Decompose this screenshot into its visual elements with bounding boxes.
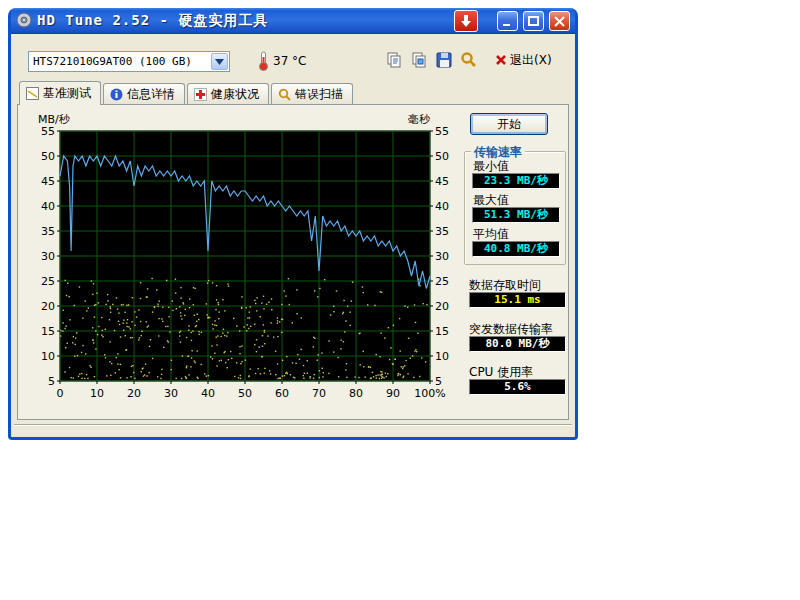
save-icon [435, 51, 453, 69]
min-value-display: 23.3 MB/秒 [472, 173, 560, 189]
tab-info-details-label: 信息详情 [127, 86, 175, 103]
benchmark-icon [26, 87, 39, 100]
close-icon [554, 16, 565, 27]
avg-value-display: 40.8 MB/秒 [472, 241, 560, 257]
window-title: HD Tune 2.52 - 硬盘实用工具 [37, 12, 449, 30]
tab-error-scan-label: 错误扫描 [295, 86, 343, 103]
svg-text:45: 45 [41, 175, 55, 188]
benchmark-tab-page: 5510101515202025253030353540404545505055… [17, 104, 569, 420]
svg-text:20: 20 [127, 387, 141, 400]
status-bar [14, 424, 572, 437]
svg-text:50: 50 [41, 150, 55, 163]
tab-info-details[interactable]: 信息详情 [103, 83, 185, 104]
tab-health-status[interactable]: 健康状况 [187, 83, 269, 104]
svg-text:30: 30 [435, 250, 449, 263]
svg-text:10: 10 [435, 350, 449, 363]
svg-text:15: 15 [435, 325, 449, 338]
chevron-down-icon[interactable] [211, 53, 228, 70]
tab-health-status-label: 健康状况 [211, 86, 259, 103]
drive-select[interactable]: HTS721010G9AT00 (100 GB) [28, 51, 230, 72]
tab-benchmark[interactable]: 基准测试 [19, 81, 101, 105]
svg-text:10: 10 [90, 387, 104, 400]
close-button[interactable] [549, 11, 570, 31]
svg-text:15: 15 [41, 325, 55, 338]
svg-text:80: 80 [349, 387, 363, 400]
svg-text:30: 30 [41, 250, 55, 263]
svg-text:35: 35 [41, 225, 55, 238]
hdtune-window: HD Tune 2.52 - 硬盘实用工具 HTS721010G9AT00 (1… [8, 8, 578, 440]
download-arrow-button[interactable] [454, 10, 478, 32]
svg-text:20: 20 [435, 300, 449, 313]
svg-text:40: 40 [201, 387, 215, 400]
exit-label: 退出(X) [510, 52, 552, 69]
options-button[interactable] [458, 49, 480, 71]
error-scan-icon [278, 88, 291, 101]
options-icon [460, 51, 478, 69]
tab-error-scan[interactable]: 错误扫描 [271, 83, 353, 104]
svg-text:55: 55 [435, 125, 449, 138]
down-arrow-icon [461, 15, 471, 27]
desktop: HD Tune 2.52 - 硬盘实用工具 HTS721010G9AT00 (1… [0, 0, 800, 600]
svg-text:50: 50 [435, 150, 449, 163]
svg-text:25: 25 [41, 275, 55, 288]
copy-text-button[interactable] [383, 49, 405, 71]
copy-image-button[interactable] [408, 49, 430, 71]
client-area: HTS721010G9AT00 (100 GB) 37 °C [11, 34, 575, 440]
svg-text:40: 40 [435, 200, 449, 213]
svg-text:MB/秒: MB/秒 [38, 113, 71, 126]
minimize-icon [502, 16, 513, 27]
svg-text:10: 10 [41, 350, 55, 363]
app-icon [16, 12, 32, 31]
burst-rate-display: 80.0 MB/秒 [469, 336, 566, 352]
maximize-icon [528, 16, 539, 27]
svg-text:70: 70 [312, 387, 326, 400]
benchmark-chart: 5510101515202025253030353540404545505055… [22, 111, 462, 413]
start-button[interactable]: 开始 [470, 113, 548, 135]
svg-text:55: 55 [41, 125, 55, 138]
svg-text:毫秒: 毫秒 [408, 113, 431, 126]
max-value-display: 51.3 MB/秒 [472, 207, 560, 223]
minimize-button[interactable] [497, 11, 518, 31]
svg-text:0: 0 [57, 387, 64, 400]
svg-text:30: 30 [164, 387, 178, 400]
svg-text:90: 90 [386, 387, 400, 400]
svg-text:45: 45 [435, 175, 449, 188]
title-bar[interactable]: HD Tune 2.52 - 硬盘实用工具 [11, 8, 575, 34]
exit-x-icon [495, 54, 507, 66]
copy-text-icon [385, 51, 403, 69]
svg-text:60: 60 [275, 387, 289, 400]
svg-text:35: 35 [435, 225, 449, 238]
tab-benchmark-label: 基准测试 [43, 85, 91, 102]
health-icon [194, 88, 207, 101]
save-button[interactable] [433, 49, 455, 71]
transfer-rate-group: 传输速率 最小值 23.3 MB/秒 最大值 51.3 MB/秒 平均值 40.… [464, 151, 566, 265]
svg-text:40: 40 [41, 200, 55, 213]
thermometer-icon [257, 50, 269, 75]
maximize-button[interactable] [523, 11, 544, 31]
svg-text:5: 5 [48, 375, 55, 388]
svg-text:100%: 100% [414, 387, 445, 400]
copy-image-icon [410, 51, 428, 69]
exit-button[interactable]: 退出(X) [493, 49, 554, 71]
svg-text:20: 20 [41, 300, 55, 313]
toolbar-icons [383, 49, 480, 71]
temperature-value: 37 °C [273, 54, 306, 68]
svg-text:50: 50 [238, 387, 252, 400]
svg-text:25: 25 [435, 275, 449, 288]
tab-strip: 基准测试 信息详情 健康状况 [19, 81, 355, 105]
access-time-display: 15.1 ms [469, 292, 566, 308]
info-icon [110, 88, 123, 101]
cpu-usage-display: 5.6% [469, 379, 566, 395]
drive-select-value: HTS721010G9AT00 (100 GB) [29, 55, 211, 68]
